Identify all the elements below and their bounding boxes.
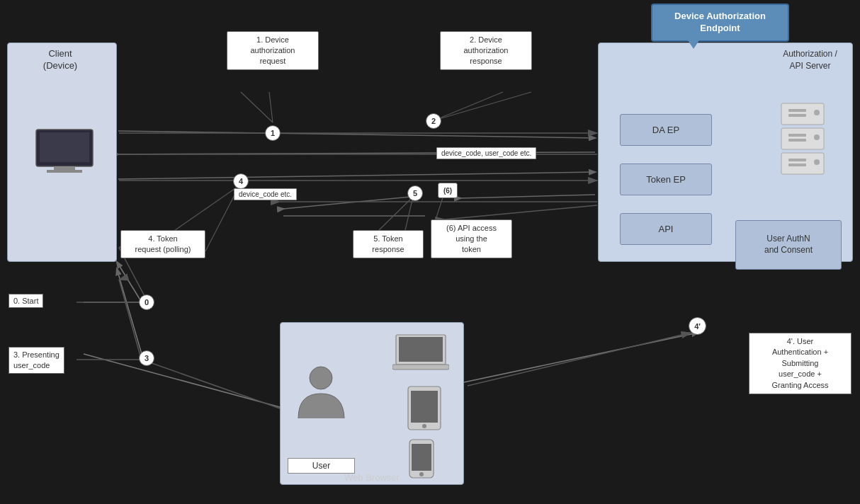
user-icon-area bbox=[295, 365, 348, 425]
svg-point-57 bbox=[422, 424, 426, 428]
client-device-box bbox=[7, 42, 117, 262]
svg-line-25 bbox=[468, 333, 691, 386]
callout-title: Device Authorization bbox=[674, 11, 766, 21]
svg-rect-36 bbox=[40, 132, 89, 162]
web-browser-box: User bbox=[280, 322, 464, 485]
num-circle-3: 3 bbox=[139, 350, 154, 366]
step2-data-label: device_code, user_code etc. bbox=[436, 147, 536, 159]
step1-label: 1. Deviceauthorizationrequest bbox=[227, 31, 319, 70]
num-circle-4: 4 bbox=[233, 173, 249, 189]
step4-label: 4. Tokenrequest (polling) bbox=[120, 230, 205, 258]
client-label: Client(Device) bbox=[11, 48, 110, 72]
user-label-box: User bbox=[288, 458, 355, 474]
svg-line-7 bbox=[117, 269, 142, 354]
svg-line-0 bbox=[117, 262, 142, 302]
svg-line-30 bbox=[170, 185, 239, 234]
server-box: DA EP Token EP API Use bbox=[598, 42, 853, 262]
svg-point-44 bbox=[814, 110, 820, 115]
svg-point-47 bbox=[814, 134, 820, 140]
user-auth-label: 4'. UserAuthentication +Submittinguser_c… bbox=[749, 333, 851, 394]
num-circle-5: 5 bbox=[407, 185, 423, 201]
da-ep-box: DA EP bbox=[620, 114, 712, 146]
num-circle-2: 2 bbox=[426, 113, 441, 129]
svg-rect-42 bbox=[788, 109, 806, 112]
api-box: API bbox=[620, 213, 712, 245]
svg-line-9 bbox=[464, 333, 698, 382]
laptop-icon bbox=[392, 333, 449, 372]
svg-rect-46 bbox=[788, 139, 806, 142]
svg-line-2 bbox=[118, 131, 595, 138]
step4-data-label: device_code etc. bbox=[234, 188, 297, 200]
callout-subtitle: Endpoint bbox=[700, 23, 740, 33]
num-circle-1: 1 bbox=[265, 125, 281, 141]
svg-line-19 bbox=[445, 205, 597, 219]
svg-rect-45 bbox=[788, 134, 806, 137]
token-ep-box: Token EP bbox=[620, 164, 712, 195]
step2-label: 2. Deviceauthorizationresponse bbox=[440, 31, 532, 70]
da-ep-label: DA EP bbox=[652, 125, 679, 135]
svg-line-26 bbox=[269, 92, 273, 122]
svg-line-32 bbox=[375, 197, 413, 234]
svg-point-50 bbox=[814, 159, 820, 165]
diagram-container: Client(Device) DA EP Token EP API bbox=[0, 0, 860, 504]
server-label: Authorization /API Server bbox=[773, 48, 847, 72]
svg-line-5 bbox=[283, 197, 411, 209]
num-circle-4prime: 4' bbox=[689, 317, 706, 335]
svg-rect-59 bbox=[412, 444, 431, 471]
browser-label: Web Browser bbox=[326, 472, 418, 483]
start-label: 0. Start bbox=[9, 294, 43, 308]
num-circle-0: 0 bbox=[139, 294, 154, 310]
svg-line-29 bbox=[434, 92, 531, 120]
user-person-icon bbox=[295, 365, 348, 422]
svg-line-22 bbox=[119, 280, 142, 361]
svg-point-60 bbox=[419, 472, 424, 476]
svg-rect-37 bbox=[54, 166, 75, 170]
svg-line-4 bbox=[118, 172, 595, 179]
svg-rect-48 bbox=[788, 159, 806, 161]
svg-rect-43 bbox=[788, 114, 806, 117]
tablet-icon bbox=[407, 385, 442, 431]
server-stack-icon bbox=[774, 100, 831, 185]
svg-line-27 bbox=[241, 92, 273, 122]
svg-point-51 bbox=[310, 367, 332, 389]
step6-label: (6) API accessusing thetoken bbox=[431, 219, 512, 258]
api-label: API bbox=[659, 224, 674, 234]
presenting-label: 3. Presentinguser_code bbox=[9, 347, 64, 374]
authn-consent-box: User AuthNand Consent bbox=[735, 220, 842, 270]
svg-rect-54 bbox=[392, 365, 449, 370]
svg-line-6 bbox=[460, 195, 595, 198]
svg-rect-38 bbox=[47, 170, 82, 173]
step5-label: 5. Tokenresponse bbox=[353, 230, 424, 258]
svg-rect-49 bbox=[788, 164, 806, 166]
monitor-icon bbox=[33, 128, 96, 178]
authn-label: User AuthNand Consent bbox=[764, 234, 813, 256]
svg-rect-56 bbox=[411, 391, 438, 423]
svg-line-28 bbox=[434, 92, 503, 120]
num-circle-6: (6) bbox=[438, 183, 458, 198]
token-ep-label: Token EP bbox=[646, 174, 686, 185]
da-endpoint-callout: Device Authorization Endpoint bbox=[651, 4, 789, 42]
svg-rect-53 bbox=[399, 337, 443, 362]
